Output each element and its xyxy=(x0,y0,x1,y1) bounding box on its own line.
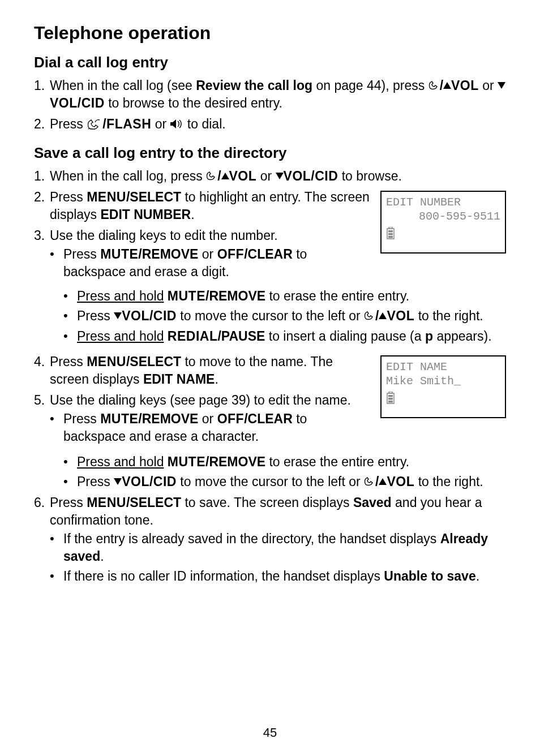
up-triangle-icon xyxy=(443,82,451,89)
text: . xyxy=(191,207,194,222)
bullet-icon: • xyxy=(63,287,77,304)
text: or xyxy=(198,411,217,426)
page-title: Telephone operation xyxy=(34,23,506,44)
svg-rect-16 xyxy=(388,401,393,403)
bullet-icon: • xyxy=(50,410,63,427)
sublist: • Press MUTE/REMOVE or OFF/CLEAR to back… xyxy=(50,410,370,445)
page-number: 45 xyxy=(0,725,540,740)
step-body: When in the call log, press /VOL or VOL/… xyxy=(50,167,506,185)
list-item: • If there is no caller ID information, … xyxy=(50,568,506,585)
list-save: 1. When in the call log, press /VOL or V… xyxy=(34,167,506,283)
step-number: 2. xyxy=(34,115,50,133)
down-triangle-icon xyxy=(498,82,505,89)
svg-rect-9 xyxy=(388,236,393,238)
lcd-line: EDIT NUMBER xyxy=(386,195,500,209)
row: 4. Press MENU/SELECT to move to the name… xyxy=(34,353,506,452)
text: to move the cursor to the left or xyxy=(177,308,364,323)
bullet-icon: • xyxy=(63,328,77,345)
step-number: 1. xyxy=(34,77,50,94)
text-key: /FLASH xyxy=(102,117,151,131)
list-item: • Press MUTE/REMOVE or OFF/CLEAR to back… xyxy=(50,410,370,445)
svg-rect-14 xyxy=(388,395,393,397)
svg-marker-11 xyxy=(379,312,387,319)
text: to browse. xyxy=(338,169,402,183)
text: on page 44), press xyxy=(312,78,428,93)
list-item: 1. When in the call log, press /VOL or V… xyxy=(34,167,506,185)
lcd-line: EDIT NAME xyxy=(386,360,500,374)
list-save-cont2: 6. Press MENU/SELECT to save. The screen… xyxy=(34,494,506,587)
text: Press xyxy=(50,190,87,204)
bullet-icon: • xyxy=(50,530,63,547)
text: to erase the entire entry. xyxy=(265,454,409,469)
text-key: /SELECT xyxy=(126,354,181,369)
text: If there is no caller ID information, th… xyxy=(63,569,384,583)
bullet-icon: • xyxy=(63,307,77,324)
battery-icon xyxy=(386,392,395,404)
text-key: /SELECT xyxy=(126,495,181,510)
svg-marker-0 xyxy=(443,82,451,89)
text-key: /REMOVE xyxy=(205,454,265,469)
list-item: 5. Use the dialing keys (see page 39) to… xyxy=(34,392,370,448)
text: Press VOL/CID to move the cursor to the … xyxy=(77,473,506,491)
text-key: MENU xyxy=(87,354,126,369)
text-key: VOL/CID xyxy=(284,169,338,183)
svg-marker-4 xyxy=(276,173,284,179)
text-key: MENU xyxy=(87,495,126,510)
text-underline: Press and hold xyxy=(77,454,164,469)
list-item: • Press and hold MUTE/REMOVE to erase th… xyxy=(63,453,506,471)
bullet-icon: • xyxy=(50,246,63,263)
text: Press and hold MUTE/REMOVE to erase the … xyxy=(77,453,506,471)
handset-icon xyxy=(364,311,375,320)
text: Press xyxy=(50,354,87,369)
text: to move the cursor to the left or xyxy=(177,474,364,489)
text-key: /CLEAR xyxy=(244,247,293,261)
step-body: When in the call log (see Review the cal… xyxy=(50,77,506,112)
text-key: /REMOVE xyxy=(138,411,198,426)
list-item: • If the entry is already saved in the d… xyxy=(50,530,506,565)
svg-marker-17 xyxy=(114,478,122,485)
down-triangle-icon xyxy=(276,173,284,179)
list-item: • Press VOL/CID to move the cursor to th… xyxy=(63,473,506,491)
speaker-icon xyxy=(170,119,183,129)
text-bold: EDIT NUMBER xyxy=(100,207,191,222)
text-key: MUTE xyxy=(168,454,205,469)
lcd-edit-number: EDIT NUMBER 800-595-9511 xyxy=(380,191,506,254)
text-key: VOL xyxy=(229,169,257,183)
step-number: 6. xyxy=(34,494,50,512)
step-body: Press MENU/SELECT to move to the name. T… xyxy=(50,353,370,388)
step-body: Press MENU/SELECT to highlight an entry.… xyxy=(50,188,370,224)
text: . xyxy=(476,569,479,583)
text: When in the call log, press xyxy=(50,169,206,183)
text: appears). xyxy=(433,329,492,343)
list-item: • Press and hold REDIAL/PAUSE to insert … xyxy=(63,328,506,345)
text: to save. The screen displays xyxy=(181,495,353,510)
text-key: VOL xyxy=(387,474,414,489)
text: to the right. xyxy=(414,308,483,323)
handset-icon xyxy=(206,171,217,181)
svg-rect-7 xyxy=(388,230,393,233)
text: or xyxy=(198,247,217,261)
step-number: 1. xyxy=(34,167,50,185)
list-item: 4. Press MENU/SELECT to move to the name… xyxy=(34,353,370,388)
text: Press xyxy=(77,474,114,489)
text-key: VOL xyxy=(387,308,414,323)
text: Press MUTE/REMOVE or OFF/CLEAR to backsp… xyxy=(63,246,370,281)
list-item: • Press MUTE/REMOVE or OFF/CLEAR to back… xyxy=(50,246,370,281)
text-key: /PAUSE xyxy=(217,329,265,343)
list-item: • Press VOL/CID to move the cursor to th… xyxy=(63,307,506,325)
svg-rect-8 xyxy=(388,233,393,235)
text-key: /REMOVE xyxy=(205,289,265,303)
handset-icon xyxy=(364,477,375,486)
bullet-icon: • xyxy=(50,568,63,585)
lcd-line: 800-595-9511 xyxy=(386,209,500,224)
text: Use the dialing keys to edit the number. xyxy=(50,228,278,243)
text-bold: EDIT NAME xyxy=(143,372,215,386)
list-item: 2. Press MENU/SELECT to highlight an ent… xyxy=(34,188,506,283)
page: Telephone operation Dial a call log entr… xyxy=(0,0,540,756)
text: to browse to the desired entry. xyxy=(105,96,282,110)
lcd-line: Mike Smith_ xyxy=(386,374,500,388)
text-underline: Press and hold xyxy=(77,329,164,343)
list-item: 2. Press TALK/FLASH or to dial. xyxy=(34,115,506,133)
step-body: Use the dialing keys to edit the number.… xyxy=(50,227,370,283)
text: or xyxy=(151,117,170,131)
